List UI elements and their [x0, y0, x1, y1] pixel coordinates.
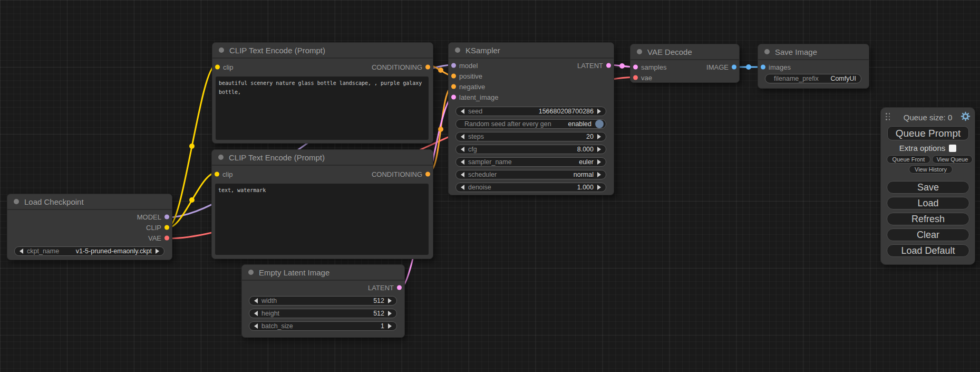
node-clip-text-encode-positive[interactable]: CLIP Text Encode (Prompt) clip CONDITION…	[212, 42, 433, 144]
collapse-dot-icon[interactable]	[764, 49, 770, 54]
decrement-arrow-icon[interactable]	[461, 185, 464, 190]
output-slot-latent[interactable]	[397, 285, 402, 290]
widget-value: 156680208700286	[539, 108, 594, 115]
widget-label: denoise	[468, 184, 491, 191]
toggle-enabled-icon[interactable]	[595, 120, 604, 128]
collapse-dot-icon[interactable]	[14, 199, 19, 204]
prompt-textarea[interactable]: text, watermark	[215, 184, 429, 255]
output-slot-vae[interactable]	[164, 236, 169, 241]
node-vae-decode[interactable]: VAE Decode samples IMAGE vae	[630, 44, 740, 83]
widget-label: Random seed after every gen	[464, 120, 551, 128]
increment-arrow-icon[interactable]	[597, 185, 601, 190]
graph-canvas[interactable]: CLIP Text Encode (Prompt) clip CONDITION…	[0, 0, 980, 372]
increment-arrow-icon[interactable]	[597, 147, 601, 152]
node-load-checkpoint[interactable]: Load Checkpoint MODEL CLIP VAE ckpt_name…	[7, 194, 172, 260]
input-slot-images[interactable]	[761, 65, 765, 70]
input-slot-label: clip	[222, 170, 233, 178]
input-slot-model[interactable]	[451, 63, 456, 68]
widget-random-seed-toggle[interactable]: Random seed after every gen enabled	[455, 119, 606, 129]
widget-scheduler[interactable]: scheduler normal	[455, 170, 606, 179]
widget-value: v1-5-pruned-emaonly.ckpt	[76, 247, 152, 255]
node-title-bar[interactable]: KSampler	[449, 43, 614, 59]
extra-options-label: Extra options	[899, 144, 946, 152]
extra-options-checkbox[interactable]	[949, 145, 956, 152]
widget-seed[interactable]: seed 156680208700286	[455, 107, 606, 116]
collapse-dot-icon[interactable]	[219, 47, 224, 53]
input-slot-positive[interactable]	[451, 74, 456, 79]
node-title-bar[interactable]: Empty Latent Image	[242, 265, 404, 281]
collapse-dot-icon[interactable]	[248, 270, 254, 275]
output-slot-image[interactable]	[732, 65, 736, 70]
decrement-arrow-icon[interactable]	[20, 249, 23, 254]
input-slot-label: clip	[223, 63, 234, 71]
output-slot-latent[interactable]	[606, 63, 611, 68]
view-history-button[interactable]: View History	[909, 165, 953, 174]
collapse-dot-icon[interactable]	[218, 155, 224, 160]
decrement-arrow-icon[interactable]	[254, 323, 258, 329]
node-title-bar[interactable]: Save Image	[758, 44, 869, 60]
widget-height[interactable]: height 512	[249, 309, 397, 318]
node-save-image[interactable]: Save Image images filename_prefix ComfyU…	[758, 44, 869, 89]
output-slot-label: CONDITIONING	[372, 63, 422, 71]
collapse-dot-icon[interactable]	[455, 47, 460, 53]
node-title: Load Checkpoint	[24, 197, 84, 206]
increment-arrow-icon[interactable]	[388, 311, 392, 316]
output-slot-conditioning[interactable]	[425, 65, 430, 70]
node-clip-text-encode-negative[interactable]: CLIP Text Encode (Prompt) clip CONDITION…	[211, 149, 433, 259]
output-slot-model[interactable]	[164, 215, 169, 220]
widget-denoise[interactable]: denoise 1.000	[455, 183, 606, 192]
widget-steps[interactable]: steps 20	[455, 132, 606, 141]
input-slot-latent-image[interactable]	[451, 95, 456, 100]
input-slot-negative[interactable]	[451, 84, 456, 89]
widget-label: ckpt_name	[27, 247, 59, 255]
output-slot-conditioning[interactable]	[425, 172, 430, 177]
load-default-button[interactable]: Load Default	[887, 244, 969, 257]
increment-arrow-icon[interactable]	[388, 323, 392, 329]
view-queue-button[interactable]: View Queue	[932, 155, 973, 164]
save-button[interactable]: Save	[887, 181, 969, 194]
output-slot-label: CLIP	[146, 224, 161, 232]
input-slot-samples[interactable]	[633, 65, 638, 70]
widget-filename-prefix[interactable]: filename_prefix ComfyUI	[765, 74, 861, 83]
node-title-bar[interactable]: Load Checkpoint	[7, 194, 172, 210]
increment-arrow-icon[interactable]	[597, 134, 601, 139]
widget-width[interactable]: width 512	[249, 296, 397, 306]
node-title: VAE Decode	[647, 47, 692, 56]
node-title-bar[interactable]: VAE Decode	[630, 44, 739, 60]
load-button[interactable]: Load	[887, 197, 969, 209]
input-slot-clip[interactable]	[215, 172, 219, 177]
widget-ckpt-name[interactable]: ckpt_name v1-5-pruned-emaonly.ckpt	[14, 246, 164, 256]
settings-gear-icon[interactable]	[960, 111, 971, 123]
widget-sampler-name[interactable]: sampler_name euler	[455, 157, 606, 167]
input-slot-clip[interactable]	[215, 65, 220, 70]
node-empty-latent-image[interactable]: Empty Latent Image LATENT width 512 heig…	[241, 264, 405, 338]
decrement-arrow-icon[interactable]	[254, 298, 258, 303]
increment-arrow-icon[interactable]	[388, 298, 392, 303]
widget-batch-size[interactable]: batch_size 1	[249, 321, 397, 331]
decrement-arrow-icon[interactable]	[461, 147, 464, 152]
increment-arrow-icon[interactable]	[597, 109, 601, 114]
collapse-dot-icon[interactable]	[637, 49, 642, 54]
output-slot-clip[interactable]	[164, 225, 169, 230]
queue-front-button[interactable]: Queue Front	[887, 155, 930, 164]
node-title-bar[interactable]: CLIP Text Encode (Prompt)	[212, 43, 433, 59]
queue-panel: Queue size: 0	[880, 107, 975, 265]
queue-prompt-button[interactable]: Queue Prompt	[887, 126, 969, 140]
decrement-arrow-icon[interactable]	[461, 134, 464, 139]
decrement-arrow-icon[interactable]	[461, 159, 464, 165]
widget-cfg[interactable]: cfg 8.000	[455, 145, 606, 154]
widget-value: normal	[574, 171, 594, 178]
clear-button[interactable]: Clear	[887, 228, 969, 241]
decrement-arrow-icon[interactable]	[461, 109, 464, 114]
increment-arrow-icon[interactable]	[597, 172, 601, 177]
decrement-arrow-icon[interactable]	[461, 172, 464, 177]
prompt-textarea[interactable]: beautiful scenery nature glass bottle la…	[216, 77, 429, 140]
decrement-arrow-icon[interactable]	[254, 311, 258, 316]
increment-arrow-icon[interactable]	[156, 249, 159, 254]
refresh-button[interactable]: Refresh	[887, 213, 969, 225]
input-slot-label: samples	[641, 63, 666, 71]
increment-arrow-icon[interactable]	[597, 159, 601, 165]
node-ksampler[interactable]: KSampler model LATENT positive negative …	[448, 42, 614, 195]
input-slot-vae[interactable]	[633, 75, 638, 80]
node-title-bar[interactable]: CLIP Text Encode (Prompt)	[212, 150, 433, 166]
